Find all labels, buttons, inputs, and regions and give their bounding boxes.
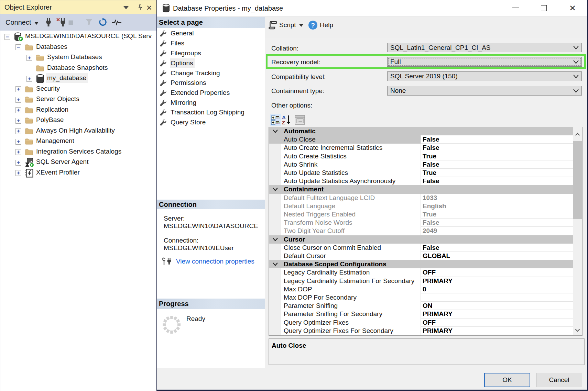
- svg-text:Z: Z: [282, 120, 285, 125]
- svg-text:?: ?: [311, 22, 315, 29]
